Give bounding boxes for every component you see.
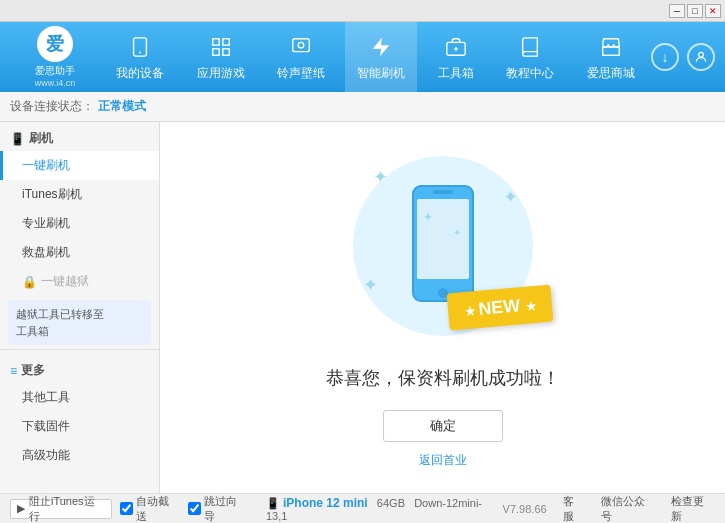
sidebar-item-download-firmware[interactable]: 下载固件 <box>0 412 159 441</box>
device-storage <box>371 497 374 509</box>
logo-text: 爱思助手 www.i4.cn <box>35 64 76 88</box>
sidebar-item-itunes-flash[interactable]: iTunes刷机 <box>0 180 159 209</box>
customer-service-link[interactable]: 客服 <box>563 494 585 524</box>
sidebar-section-more: ≡ 更多 <box>0 354 159 383</box>
svg-rect-4 <box>212 48 218 54</box>
bottom-left: ▶ 阻止iTunes运行 自动截送 跳过向导 📱 iPhone 12 mini … <box>10 494 503 524</box>
skip-wizard-checkbox[interactable]: 跳过向导 <box>188 494 248 524</box>
sparkle-2: ✦ <box>503 186 518 208</box>
book-icon <box>516 33 544 61</box>
wechat-link[interactable]: 微信公众号 <box>601 494 656 524</box>
svg-point-7 <box>298 42 304 48</box>
nav-item-apps-games[interactable]: 应用游戏 <box>185 22 257 92</box>
itunes-button[interactable]: ▶ 阻止iTunes运行 <box>10 499 112 519</box>
nav-items: 我的设备 应用游戏 铃声壁纸 智能刷机 工具箱 <box>100 22 651 92</box>
music-icon <box>287 33 315 61</box>
device-storage-val: 64GB <box>377 497 405 509</box>
new-badge: NEW <box>447 285 554 331</box>
nav-right: ↓ <box>651 43 725 71</box>
nav-item-toolbox[interactable]: 工具箱 <box>426 22 486 92</box>
device-info: 📱 iPhone 12 mini 64GB Down-12mini-13,1 <box>266 496 503 522</box>
sidebar-item-other-tools[interactable]: 其他工具 <box>0 383 159 412</box>
sidebar-item-save-flash[interactable]: 救盘刷机 <box>0 238 159 267</box>
success-message: 恭喜您，保资料刷机成功啦！ <box>326 366 560 390</box>
svg-rect-11 <box>602 47 619 55</box>
close-button[interactable]: ✕ <box>705 4 721 18</box>
confirm-button[interactable]: 确定 <box>383 410 503 442</box>
version-text: V7.98.66 <box>503 503 547 515</box>
title-bar: ─ □ ✕ <box>0 0 725 22</box>
lock-icon: 🔒 <box>22 275 37 289</box>
sidebar-item-jailbreak: 🔒 一键越狱 <box>0 267 159 296</box>
sidebar-section-flash: 📱 刷机 <box>0 122 159 151</box>
more-section-icon: ≡ <box>10 364 17 378</box>
phone-icon <box>126 33 154 61</box>
itunes-icon: ▶ <box>17 502 25 515</box>
user-button[interactable] <box>687 43 715 71</box>
top-nav: 爱 爱思助手 www.i4.cn 我的设备 应用游戏 铃声壁纸 <box>0 22 725 92</box>
check-update-link[interactable]: 检查更新 <box>671 494 715 524</box>
store-icon <box>597 33 625 61</box>
status-value: 正常模式 <box>98 98 146 115</box>
logo-area: 爱 爱思助手 www.i4.cn <box>0 26 100 88</box>
tools-icon <box>442 33 470 61</box>
flash-section-icon: 📱 <box>10 132 25 146</box>
sidebar-item-advanced[interactable]: 高级功能 <box>0 441 159 470</box>
bottom-bar: ▶ 阻止iTunes运行 自动截送 跳过向导 📱 iPhone 12 mini … <box>0 493 725 523</box>
svg-point-1 <box>139 51 141 53</box>
nav-item-my-device[interactable]: 我的设备 <box>104 22 176 92</box>
nav-item-tutorial[interactable]: 教程中心 <box>494 22 566 92</box>
auto-send-input[interactable] <box>120 502 133 515</box>
sidebar: 📱 刷机 一键刷机 iTunes刷机 专业刷机 救盘刷机 🔒 一键越狱 越狱工具… <box>0 122 160 493</box>
sparkle-1: ✦ <box>373 166 388 188</box>
skip-wizard-input[interactable] <box>188 502 201 515</box>
bottom-right: V7.98.66 客服 微信公众号 检查更新 <box>503 494 715 524</box>
maximize-button[interactable]: □ <box>687 4 703 18</box>
svg-text:✦: ✦ <box>423 210 433 224</box>
flash-icon <box>367 33 395 61</box>
nav-item-ringtone[interactable]: 铃声壁纸 <box>265 22 337 92</box>
grid-icon <box>207 33 235 61</box>
success-illustration: ✦ ✦ ✦ ✦ ✦ NEW <box>343 146 543 346</box>
device-icon: 📱 <box>266 497 280 509</box>
svg-rect-2 <box>212 38 218 44</box>
minimize-button[interactable]: ─ <box>669 4 685 18</box>
sidebar-item-one-click-flash[interactable]: 一键刷机 <box>0 151 159 180</box>
logo-icon: 爱 <box>37 26 73 62</box>
svg-rect-17 <box>433 190 453 194</box>
status-label: 设备连接状态： <box>10 98 94 115</box>
svg-text:✦: ✦ <box>453 227 461 238</box>
return-link[interactable]: 返回首业 <box>419 452 467 469</box>
content-area: ✦ ✦ ✦ ✦ ✦ NEW 恭喜您，保资料刷机成功啦！ 确定 返回首业 <box>160 122 725 493</box>
sparkle-3: ✦ <box>363 274 378 296</box>
nav-item-smart-flash[interactable]: 智能刷机 <box>345 22 417 92</box>
main-layout: 📱 刷机 一键刷机 iTunes刷机 专业刷机 救盘刷机 🔒 一键越狱 越狱工具… <box>0 122 725 493</box>
device-firmware <box>408 497 411 509</box>
svg-rect-5 <box>222 48 228 54</box>
nav-item-store[interactable]: 爱思商城 <box>575 22 647 92</box>
sidebar-divider <box>0 349 159 350</box>
sidebar-item-pro-flash[interactable]: 专业刷机 <box>0 209 159 238</box>
status-bar: 设备连接状态： 正常模式 <box>0 92 725 122</box>
sidebar-notice: 越狱工具已转移至工具箱 <box>8 300 151 345</box>
svg-rect-3 <box>222 38 228 44</box>
svg-rect-6 <box>293 38 310 51</box>
svg-point-12 <box>699 52 704 57</box>
device-name: iPhone 12 mini <box>283 496 368 510</box>
download-button[interactable]: ↓ <box>651 43 679 71</box>
auto-send-checkbox[interactable]: 自动截送 <box>120 494 180 524</box>
